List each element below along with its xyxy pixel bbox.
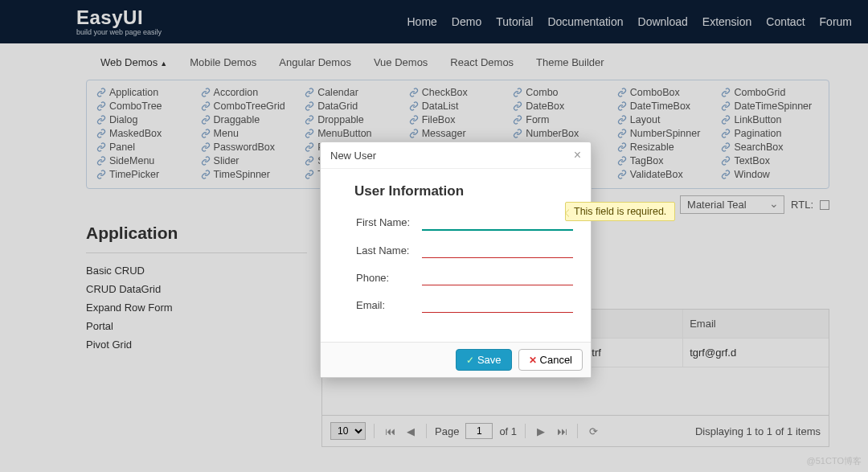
check-icon: ✓ [466,355,474,366]
form-row-phone: Phone: [356,269,573,285]
watermark: @51CTO博客 [807,455,862,467]
form-row-email: Email: [356,297,573,313]
label-lastname: Last Name: [356,244,422,257]
label-email: Email: [356,299,422,311]
dialog-heading: User Information [354,183,573,199]
form-row-lastname: Last Name: [356,242,573,258]
save-button[interactable]: ✓Save [456,349,512,371]
input-phone[interactable] [422,269,573,285]
label-firstname: First Name: [356,216,422,228]
dialog-footer: ✓Save ✕Cancel [321,342,591,377]
input-firstname[interactable] [422,214,573,231]
dialog-titlebar[interactable]: New User × [321,142,591,169]
input-email[interactable] [422,297,573,313]
cross-icon: ✕ [529,355,537,366]
cancel-button[interactable]: ✕Cancel [518,349,583,371]
input-lastname[interactable] [422,242,573,258]
label-phone: Phone: [356,272,422,284]
validation-tooltip: This field is required. [565,202,675,221]
dialog-body: User Information First Name: Last Name: … [321,169,591,342]
new-user-dialog: New User × User Information First Name: … [320,142,592,378]
close-icon[interactable]: × [574,149,581,162]
form-row-firstname: First Name: [356,214,573,231]
dialog-title: New User [330,150,376,162]
